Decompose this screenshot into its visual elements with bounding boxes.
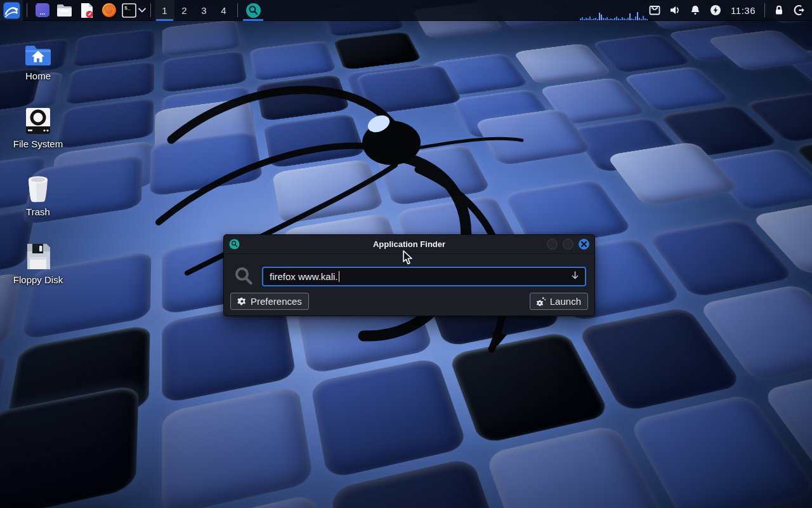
launcher-file-manager[interactable]: [53, 0, 75, 21]
monitor-bar: [605, 18, 606, 20]
arrow-down-icon[interactable]: [570, 271, 580, 283]
monitor-bar: [637, 12, 638, 20]
search-input[interactable]: firefox www.kali.: [262, 267, 586, 286]
desktop-icon-trash[interactable]: Trash: [9, 173, 67, 217]
trash-bin-icon: [9, 173, 67, 203]
home-folder-icon: [9, 37, 67, 67]
power-manager-tray-icon[interactable]: [705, 0, 726, 21]
launch-label: Launch: [550, 296, 581, 307]
panel-separator: [237, 3, 238, 17]
desktop-icon-home[interactable]: Home: [9, 37, 67, 81]
monitor-bar: [580, 18, 581, 20]
monitor-bar: [586, 18, 587, 20]
workspace-label: 2: [181, 5, 187, 16]
desktop-icon-label: Floppy Disk: [9, 274, 67, 285]
monitor-bar: [629, 13, 631, 20]
desktop-icon-label: Trash: [9, 206, 67, 217]
launcher-text-editor[interactable]: [75, 0, 98, 21]
network-monitor-graph[interactable]: [580, 0, 645, 21]
panel-separator: [150, 3, 151, 17]
logout-icon[interactable]: [789, 0, 809, 21]
monitor-bar: [627, 18, 629, 20]
launcher-terminal-emulator[interactable]: $_: [120, 0, 138, 21]
monitor-bar: [641, 19, 642, 20]
lock-screen-icon[interactable]: [769, 0, 789, 21]
launcher-dropdown-chevron-icon[interactable]: [138, 0, 147, 21]
close-icon: [581, 241, 587, 247]
workspace-label: 4: [221, 5, 226, 16]
monitor-bar: [643, 16, 644, 20]
workspace-4-button[interactable]: 4: [214, 0, 233, 21]
firefox-icon: [102, 3, 117, 18]
monitor-bar: [601, 15, 602, 20]
monitor-bar: [603, 18, 604, 20]
text-caret: [339, 271, 339, 282]
top-panel: $_ 1 2 3 4: [0, 0, 812, 21]
monitor-bar: [616, 17, 617, 20]
search-teal-icon: [229, 239, 240, 250]
svg-text:$_: $_: [124, 5, 131, 11]
panel-separator: [764, 3, 765, 17]
mouse-cursor: [402, 250, 414, 265]
desktop-icon-label: File System: [9, 138, 67, 149]
dollar-terminal-icon: $_: [122, 3, 136, 18]
launch-icon: [537, 297, 546, 306]
minimize-button[interactable]: [547, 239, 558, 250]
monitor-bar: [612, 19, 613, 20]
preferences-label: Preferences: [251, 296, 302, 307]
workspace-3-button[interactable]: 3: [194, 0, 214, 21]
monitor-bar: [618, 18, 619, 20]
desktop-icon-label: Home: [9, 70, 67, 81]
workspace-label: 1: [162, 5, 167, 16]
launch-button[interactable]: Launch: [530, 293, 588, 310]
launcher-firefox[interactable]: [98, 0, 120, 21]
workspace-1-button[interactable]: 1: [155, 0, 174, 21]
desktop-icon-file-system[interactable]: File System: [9, 105, 67, 149]
monitor-bar: [620, 19, 621, 20]
search-icon: [233, 265, 254, 287]
close-button[interactable]: [579, 239, 589, 250]
monitor-bar: [606, 17, 608, 20]
monitor-bar: [631, 18, 632, 20]
taskbar-app-finder-button[interactable]: [242, 0, 265, 21]
panel-clock[interactable]: 11:36: [726, 5, 761, 16]
desktop-icon-floppy-disk[interactable]: Floppy Disk: [9, 241, 67, 285]
monitor-bar: [584, 19, 585, 20]
purple-terminal-icon: [35, 3, 50, 18]
kali-menu-icon: [3, 2, 20, 19]
monitor-bar: [599, 13, 600, 20]
monitor-bar: [639, 18, 640, 20]
preferences-button[interactable]: Preferences: [230, 293, 309, 310]
window-title: Application Finder: [224, 239, 594, 249]
monitor-bar: [625, 19, 627, 20]
monitor-bar: [624, 18, 625, 20]
folder-icon: [56, 3, 72, 17]
volume-tray-icon[interactable]: [665, 0, 685, 21]
monitor-bar: [589, 17, 591, 20]
monitor-bar: [610, 18, 612, 20]
notifications-tray-icon[interactable]: [685, 0, 705, 21]
workspace-label: 3: [201, 5, 206, 16]
application-finder-window: Application Finder firefox www.kali.: [223, 234, 595, 316]
network-tray-icon[interactable]: [645, 0, 665, 21]
monitor-bar: [595, 18, 596, 20]
monitor-bar: [582, 17, 583, 20]
document-edit-icon: [80, 3, 94, 18]
launcher-terminal[interactable]: [31, 0, 53, 21]
panel-separator: [27, 3, 27, 17]
monitor-bar: [608, 19, 610, 20]
floppy-disk-icon: [9, 241, 67, 271]
monitor-bar: [587, 18, 589, 20]
monitor-bar: [591, 19, 593, 20]
app-finder-icon: [246, 3, 261, 18]
monitor-bar: [635, 17, 636, 20]
monitor-bar: [593, 18, 594, 20]
maximize-button[interactable]: [563, 239, 573, 250]
search-query: firefox www.kali.: [270, 271, 338, 282]
gear-icon: [237, 297, 247, 306]
harddisk-icon: [9, 105, 67, 135]
workspace-2-button[interactable]: 2: [174, 0, 194, 21]
monitor-bar: [633, 19, 634, 20]
monitor-bar: [614, 18, 615, 20]
applications-menu-button[interactable]: [0, 0, 23, 21]
